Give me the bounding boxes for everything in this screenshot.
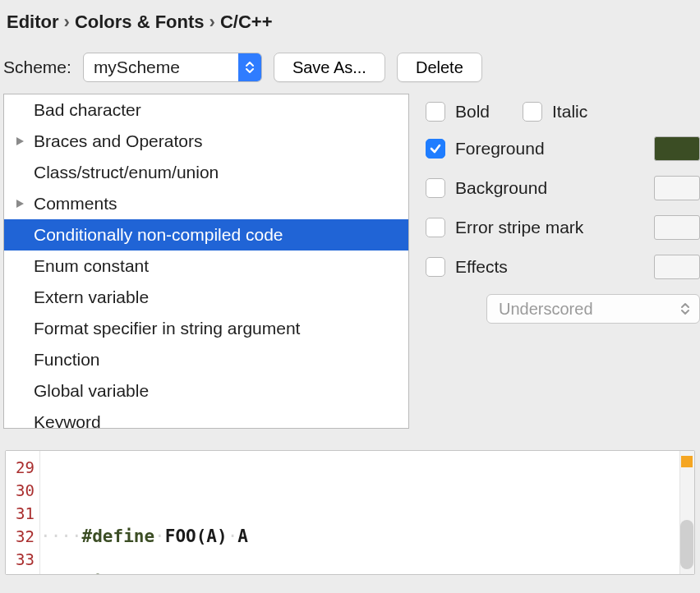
italic-checkbox[interactable]: Italic <box>523 102 587 122</box>
breadcrumb-editor: Editor <box>7 11 59 33</box>
disclosure-triangle-icon[interactable] <box>16 136 34 146</box>
background-color-swatch[interactable] <box>654 176 700 200</box>
foreground-checkbox[interactable]: Foreground <box>426 139 545 159</box>
breadcrumb-sep-icon: › <box>210 11 215 33</box>
list-item[interactable]: Enum constant <box>4 251 408 282</box>
list-item[interactable]: Class/struct/enum/union <box>4 157 408 188</box>
error-stripe[interactable] <box>679 451 694 574</box>
breadcrumb-sep-icon: › <box>64 11 70 33</box>
checkbox-icon <box>426 102 445 122</box>
list-item[interactable]: Bad character <box>4 94 408 126</box>
list-item[interactable]: Comments <box>4 188 408 219</box>
list-item[interactable]: Format specifier in string argument <box>4 313 408 344</box>
stripe-marker-icon[interactable] <box>681 456 693 467</box>
code-preview: 29 30 31 32 33 ····#define·FOO(A)·A ····… <box>5 450 695 575</box>
list-item[interactable]: Extern variable <box>4 282 408 313</box>
checkbox-icon <box>426 257 445 277</box>
bold-checkbox[interactable]: Bold <box>426 102 490 122</box>
list-item[interactable]: Function <box>4 344 408 375</box>
scrollbar-thumb[interactable] <box>680 520 693 569</box>
line-gutter: 29 30 31 32 33 <box>6 451 40 574</box>
checkbox-checked-icon <box>426 139 445 159</box>
background-checkbox[interactable]: Background <box>426 178 547 198</box>
disclosure-triangle-icon[interactable] <box>16 199 34 209</box>
checkbox-icon <box>426 218 445 237</box>
scheme-row: Scheme: myScheme Save As... Delete <box>0 38 700 94</box>
scheme-label: Scheme: <box>3 57 71 77</box>
foreground-color-swatch[interactable] <box>654 136 700 161</box>
breadcrumb: Editor › Colors & Fonts › C/C++ <box>0 0 700 38</box>
delete-button[interactable]: Delete <box>397 53 482 82</box>
updown-icon <box>676 295 694 323</box>
breadcrumb-colors-fonts: Colors & Fonts <box>75 11 205 33</box>
effects-checkbox[interactable]: Effects <box>426 257 508 277</box>
list-item[interactable]: Keyword <box>4 407 408 429</box>
scheme-select[interactable]: myScheme <box>83 53 262 82</box>
checkbox-icon <box>426 178 445 198</box>
list-item-selected[interactable]: Conditionally non-compiled code <box>4 219 408 251</box>
breadcrumb-cpp: C/C++ <box>220 11 273 33</box>
error-stripe-checkbox[interactable]: Error stripe mark <box>426 218 583 237</box>
attributes-panel: Bold Italic Foreground <box>422 94 700 429</box>
code-body: ····#define·FOO(A)·A ····#ifdef·DEBUG ··… <box>40 451 269 574</box>
attribute-list[interactable]: Bad character Braces and Operators Class… <box>3 94 409 429</box>
list-item[interactable]: Braces and Operators <box>4 126 408 157</box>
effects-color-swatch[interactable] <box>654 255 700 279</box>
updown-icon <box>238 53 261 81</box>
checkbox-icon <box>523 102 542 122</box>
effects-type-select[interactable]: Underscored <box>486 294 700 324</box>
error-stripe-color-swatch[interactable] <box>654 215 700 240</box>
list-item[interactable]: Global variable <box>4 375 408 407</box>
scheme-value: myScheme <box>94 57 180 77</box>
save-as-button[interactable]: Save As... <box>274 53 385 82</box>
